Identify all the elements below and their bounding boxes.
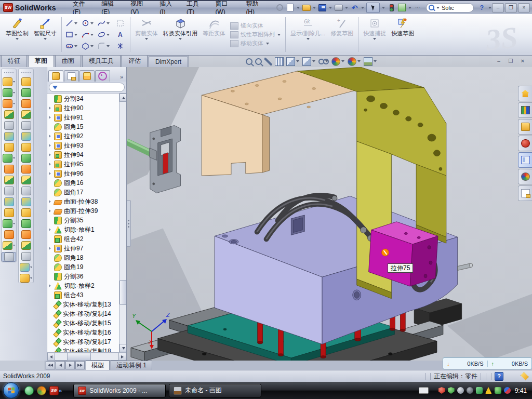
tree-item[interactable]: 实体-移动/复制14 <box>49 309 119 318</box>
tool-swept-surface[interactable] <box>19 99 33 108</box>
tool-plane[interactable] <box>2 230 16 239</box>
tree-item[interactable]: 分割35 <box>49 216 119 225</box>
dropdown-caret[interactable] <box>74 34 77 36</box>
dropdown-caret[interactable] <box>74 22 77 24</box>
taskpane-tab-custom-properties[interactable] <box>518 185 532 201</box>
tool-planar-surface[interactable] <box>19 143 33 152</box>
tree-item[interactable]: 实体-移动/复制18 <box>49 347 119 352</box>
undo-dropdown[interactable] <box>361 7 364 9</box>
tool-delete-hole[interactable] <box>19 187 33 195</box>
tag-icon[interactable] <box>521 372 529 380</box>
tree-item[interactable]: 分割34 <box>49 94 119 103</box>
tree-item[interactable]: 切除-放样2 <box>49 281 119 290</box>
apply-scene-button[interactable] <box>348 57 361 66</box>
sketch-entity-slot-button[interactable] <box>64 41 79 52</box>
tool-thicken[interactable] <box>19 176 33 184</box>
tree-item[interactable]: 实体-移动/复制16 <box>49 328 119 337</box>
tab-scroll-left-button[interactable] <box>56 361 65 369</box>
open-button[interactable] <box>302 4 311 12</box>
tab-曲面[interactable]: 曲面 <box>55 55 81 67</box>
tool-linear-pattern[interactable] <box>2 154 16 163</box>
edit-appearance-button[interactable] <box>331 57 345 66</box>
tree-item[interactable]: 拉伸92 <box>49 131 119 141</box>
sketch-entity-rectangle-button[interactable] <box>64 29 79 41</box>
dropdown-caret[interactable] <box>30 267 32 268</box>
dropdown-caret[interactable] <box>13 103 15 104</box>
tool-shut-off-surface[interactable] <box>19 219 33 228</box>
document-minimize-button[interactable]: – <box>494 58 504 65</box>
media-app-icon[interactable] <box>37 386 46 395</box>
tool-parting-surface[interactable] <box>19 230 33 239</box>
dropdown-caret[interactable] <box>13 81 15 83</box>
tree-item[interactable]: 组合42 <box>49 234 119 244</box>
tool-shell[interactable] <box>2 121 16 130</box>
expand-arrow-icon[interactable] <box>49 228 51 231</box>
mirror-entities-button[interactable]: 镜向实体 <box>230 22 281 30</box>
tree-item[interactable]: 实体-移动/复制17 <box>49 337 119 347</box>
move-entities-button[interactable]: 移动实体 <box>230 39 281 47</box>
expand-arrow-icon[interactable] <box>49 107 51 110</box>
tool-extruded-surface[interactable] <box>19 77 33 86</box>
taskpane-tab-solidworks-resources[interactable] <box>518 86 532 101</box>
tree-item[interactable]: 分割36 <box>49 272 119 281</box>
updater-icon[interactable] <box>457 387 464 394</box>
tree-item[interactable]: 拉伸96 <box>49 169 119 178</box>
expand-arrow-icon[interactable] <box>49 200 51 203</box>
dropdown-caret[interactable] <box>74 45 77 47</box>
taskbar-button-paint[interactable]: 未命名 - 画图 <box>169 384 261 397</box>
graphics-viewport[interactable]: 拉伸75 Y Z X <box>127 67 532 361</box>
tree-item[interactable]: 曲面-拉伸38 <box>49 197 119 206</box>
expand-arrow-icon[interactable] <box>49 247 51 250</box>
dropdown-caret[interactable] <box>90 22 94 24</box>
dropdown-caret[interactable] <box>107 22 110 24</box>
sync-service-icon[interactable] <box>504 387 511 394</box>
tree-item[interactable]: 曲面-拉伸39 <box>49 206 119 216</box>
dropdown-caret[interactable] <box>296 60 299 62</box>
tool-rib[interactable] <box>2 143 16 152</box>
taskpane-tab-design-library[interactable] <box>518 102 532 118</box>
model-part-top-plate-tan[interactable] <box>202 71 356 176</box>
expand-arrow-icon[interactable] <box>49 163 51 166</box>
expand-arrow-icon[interactable] <box>49 153 51 156</box>
sketch-entity-polygon-button[interactable] <box>80 41 96 52</box>
save-dropdown[interactable] <box>329 7 332 9</box>
taskbar-button-solidworks[interactable]: SWSolidWorks 2009 - ... <box>73 384 166 397</box>
tool-tooling-split[interactable] <box>19 197 33 206</box>
tree-item[interactable]: 拉伸91 <box>49 113 119 122</box>
scroll-up-button[interactable] <box>119 94 126 102</box>
dropdown-caret[interactable] <box>107 34 110 36</box>
panel-tab-dimxpert-manager[interactable] <box>95 70 110 82</box>
tool-boundary-surface[interactable] <box>19 121 33 130</box>
expand-arrow-icon[interactable] <box>49 144 51 147</box>
messenger-icon[interactable] <box>24 386 34 395</box>
help-dropdown[interactable] <box>488 7 491 9</box>
ime-keyboard-icon[interactable] <box>419 387 429 394</box>
expand-arrow-icon[interactable] <box>49 116 51 119</box>
display-delete-relations-button[interactable]: 6k 显示/删除几... <box>288 15 328 54</box>
minimize-button[interactable]: – <box>492 3 504 12</box>
status-help-button[interactable]: ? <box>495 372 503 381</box>
expand-arrow-icon[interactable] <box>49 135 51 138</box>
pin-icon[interactable] <box>275 4 284 12</box>
linear-sketch-pattern-button[interactable]: 线性草图阵列 <box>230 31 281 38</box>
tool-draft[interactable] <box>2 132 16 141</box>
dropdown-caret[interactable] <box>30 277 32 279</box>
tab-scroll-right-button[interactable] <box>65 361 75 369</box>
tree-item[interactable]: 拉伸94 <box>49 150 119 159</box>
smart-dimension-button[interactable]: 智能尺寸 <box>31 15 59 54</box>
undo-button[interactable]: ↶ <box>350 4 359 12</box>
tab-scroll-first-button[interactable] <box>46 361 55 369</box>
scroll-left-button[interactable] <box>47 353 55 361</box>
tree-item[interactable]: 实体-移动/复制13 <box>49 300 119 309</box>
panel-splitter-handle[interactable] <box>127 200 131 247</box>
sketch-entity-point-button[interactable] <box>112 41 128 52</box>
tool-revolved-surface[interactable] <box>19 88 33 97</box>
scroll-right-button[interactable] <box>118 353 126 361</box>
tool-parting-line[interactable] <box>19 208 33 217</box>
tool-extruded-boss-base[interactable] <box>2 77 16 86</box>
tool-extruded-cut[interactable] <box>2 88 16 97</box>
dropdown-caret[interactable] <box>90 34 94 36</box>
sketch-entity-ellipse-button[interactable] <box>96 29 112 41</box>
open-dropdown[interactable] <box>313 7 316 9</box>
tree-item[interactable]: 圆角18 <box>49 253 119 262</box>
